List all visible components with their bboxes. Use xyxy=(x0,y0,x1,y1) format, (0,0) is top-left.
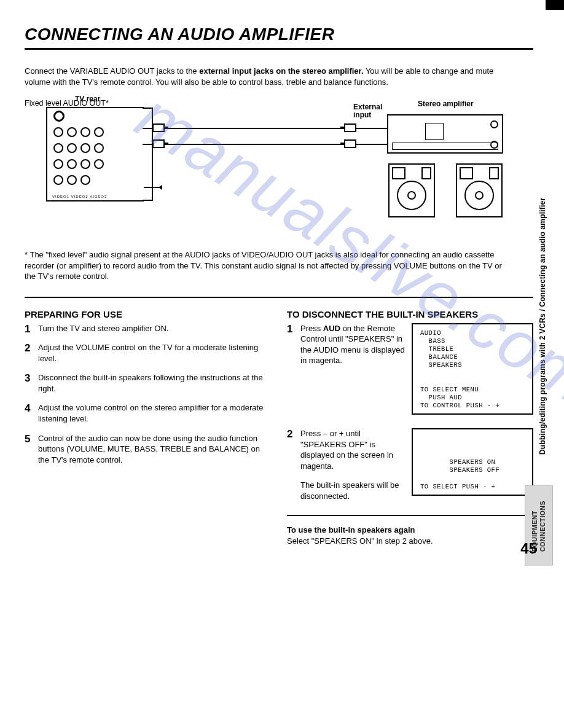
use-again-body: Select "SPEAKERS ON" in step 2 above. xyxy=(287,536,433,546)
osd-screen-speakers: SPEAKERS ON SPEAKERS OFF TO SELECT PUSH … xyxy=(412,428,533,496)
prep-step: Disconnect the built-in speakers followi… xyxy=(25,372,271,394)
connection-diagram: TV rear External input Stereo amplifier … xyxy=(25,98,533,240)
prep-step: Control of the audio can now be done usi… xyxy=(25,433,271,466)
title-rule xyxy=(25,48,533,50)
subsection-rule xyxy=(287,515,533,516)
disconnect-heading: TO DISCONNECT THE BUILT-IN SPEAKERS xyxy=(287,309,533,319)
speaker-right-icon xyxy=(456,163,503,217)
page-number: 45 xyxy=(520,540,537,557)
corner-black-tab xyxy=(546,0,564,10)
intro-text-bold: external input jacks on the stereo ampli… xyxy=(199,66,363,76)
prep-step: Adjust the VOLUME control on the TV for … xyxy=(25,342,271,364)
step2-text-a: Press – or + until "SPEAKERS OFF" is dis… xyxy=(300,429,393,471)
rca-plug-icon xyxy=(344,139,356,148)
pointer-line xyxy=(144,187,161,188)
page-title: CONNECTING AN AUDIO AMPLIFIER xyxy=(25,25,533,44)
step1-aud: AUD xyxy=(323,324,340,333)
footnote-fixed-level: * The "fixed level" audio signal present… xyxy=(25,249,510,282)
intro-text-a: Connect the VARIABLE AUDIO OUT jacks to … xyxy=(25,66,199,76)
step-number: 1 xyxy=(287,323,292,337)
use-again-heading: To use the built-in speakers again xyxy=(287,525,415,534)
prep-step: Adjust the volume control on the stereo … xyxy=(25,402,271,424)
rca-plug-icon xyxy=(152,139,165,148)
label-stereo-amplifier: Stereo amplifier xyxy=(418,100,474,108)
speaker-left-icon xyxy=(388,163,435,217)
disconnect-speakers-section: TO DISCONNECT THE BUILT-IN SPEAKERS 1 Pr… xyxy=(287,309,533,547)
label-tv-rear: TV rear xyxy=(75,95,100,103)
osd-screen-audio-menu: AUDIO BASS TREBLE BALANCE SPEAKERS TO SE… xyxy=(412,323,533,415)
prep-step: Turn the TV and stereo amplifier ON. xyxy=(25,323,271,334)
intro-paragraph: Connect the VARIABLE AUDIO OUT jacks to … xyxy=(25,66,510,87)
stereo-amplifier xyxy=(387,114,503,154)
section-rule xyxy=(25,297,533,298)
tv-rear-panel: VIDEO1 VIDEO2 VIDEO3 xyxy=(46,107,144,202)
step-number: 2 xyxy=(287,428,292,442)
side-running-head: Dubbing/editing programs with 2 VCRs / C… xyxy=(538,160,547,455)
step1-text-a: Press xyxy=(300,324,323,333)
rca-plug-icon xyxy=(344,123,356,132)
label-external-input: External input xyxy=(353,103,382,119)
preparing-for-use-section: PREPARING FOR USE Turn the TV and stereo… xyxy=(25,309,271,547)
preparing-heading: PREPARING FOR USE xyxy=(25,309,271,319)
step2-text-b: The built-in speakers will be disconnect… xyxy=(300,480,405,501)
rca-plug-icon xyxy=(152,123,165,132)
panel-mini-labels: VIDEO1 VIDEO2 VIDEO3 xyxy=(52,195,107,198)
